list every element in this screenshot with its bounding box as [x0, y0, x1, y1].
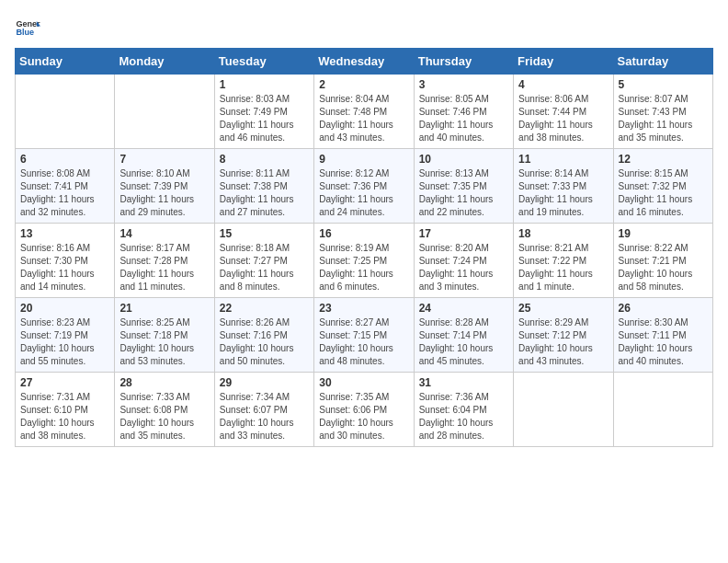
day-number: 23 [319, 302, 408, 315]
calendar-cell: 20Sunrise: 8:23 AM Sunset: 7:19 PM Dayli… [16, 298, 115, 373]
calendar-cell: 2Sunrise: 8:04 AM Sunset: 7:48 PM Daylig… [314, 75, 414, 149]
calendar-cell: 11Sunrise: 8:14 AM Sunset: 7:33 PM Dayli… [514, 149, 613, 224]
day-number: 5 [619, 78, 708, 91]
page-header: General Blue [15, 15, 713, 40]
day-info: Sunrise: 8:25 AM Sunset: 7:18 PM Dayligh… [119, 316, 209, 368]
calendar-cell: 14Sunrise: 8:17 AM Sunset: 7:28 PM Dayli… [115, 224, 214, 298]
day-info: Sunrise: 8:27 AM Sunset: 7:15 PM Dayligh… [319, 316, 408, 368]
day-info: Sunrise: 8:12 AM Sunset: 7:36 PM Dayligh… [319, 167, 408, 219]
calendar-cell: 28Sunrise: 7:33 AM Sunset: 6:08 PM Dayli… [115, 373, 214, 447]
calendar-cell [16, 75, 115, 149]
logo: General Blue [15, 15, 40, 40]
day-number: 12 [619, 153, 708, 166]
day-info: Sunrise: 8:08 AM Sunset: 7:41 PM Dayligh… [20, 167, 109, 219]
day-number: 1 [220, 78, 309, 91]
day-info: Sunrise: 8:03 AM Sunset: 7:49 PM Dayligh… [220, 93, 309, 144]
day-info: Sunrise: 8:10 AM Sunset: 7:39 PM Dayligh… [119, 167, 209, 219]
calendar-cell: 26Sunrise: 8:30 AM Sunset: 7:11 PM Dayli… [613, 298, 712, 373]
day-info: Sunrise: 8:22 AM Sunset: 7:21 PM Dayligh… [619, 242, 708, 293]
day-number: 17 [419, 227, 508, 240]
calendar-week-row: 13Sunrise: 8:16 AM Sunset: 7:30 PM Dayli… [16, 224, 713, 298]
calendar-cell: 30Sunrise: 7:35 AM Sunset: 6:06 PM Dayli… [314, 373, 414, 447]
day-number: 8 [220, 153, 309, 166]
day-info: Sunrise: 8:17 AM Sunset: 7:28 PM Dayligh… [119, 242, 209, 293]
day-info: Sunrise: 7:33 AM Sunset: 6:08 PM Dayligh… [119, 391, 209, 442]
day-info: Sunrise: 8:07 AM Sunset: 7:43 PM Dayligh… [619, 93, 708, 144]
day-info: Sunrise: 7:35 AM Sunset: 6:06 PM Dayligh… [319, 391, 408, 442]
day-number: 30 [319, 376, 408, 389]
calendar-cell: 19Sunrise: 8:22 AM Sunset: 7:21 PM Dayli… [613, 224, 712, 298]
calendar-cell: 22Sunrise: 8:26 AM Sunset: 7:16 PM Dayli… [214, 298, 313, 373]
calendar-cell: 1Sunrise: 8:03 AM Sunset: 7:49 PM Daylig… [214, 75, 313, 149]
day-info: Sunrise: 8:21 AM Sunset: 7:22 PM Dayligh… [518, 242, 608, 293]
day-number: 11 [518, 153, 608, 166]
day-info: Sunrise: 8:19 AM Sunset: 7:25 PM Dayligh… [319, 242, 408, 293]
calendar-cell: 10Sunrise: 8:13 AM Sunset: 7:35 PM Dayli… [414, 149, 513, 224]
day-info: Sunrise: 8:16 AM Sunset: 7:30 PM Dayligh… [20, 242, 109, 293]
day-info: Sunrise: 8:05 AM Sunset: 7:46 PM Dayligh… [419, 93, 508, 144]
day-info: Sunrise: 7:36 AM Sunset: 6:04 PM Dayligh… [419, 391, 508, 442]
weekday-header-thursday: Thursday [414, 49, 513, 75]
day-info: Sunrise: 8:29 AM Sunset: 7:12 PM Dayligh… [518, 316, 608, 368]
calendar-cell: 3Sunrise: 8:05 AM Sunset: 7:46 PM Daylig… [414, 75, 513, 149]
day-info: Sunrise: 7:31 AM Sunset: 6:10 PM Dayligh… [20, 391, 109, 442]
day-info: Sunrise: 8:11 AM Sunset: 7:38 PM Dayligh… [220, 167, 309, 219]
day-info: Sunrise: 8:15 AM Sunset: 7:32 PM Dayligh… [619, 167, 708, 219]
day-info: Sunrise: 7:34 AM Sunset: 6:07 PM Dayligh… [220, 391, 309, 442]
weekday-header-wednesday: Wednesday [314, 49, 414, 75]
day-number: 31 [419, 376, 508, 389]
weekday-header-saturday: Saturday [613, 49, 712, 75]
calendar-cell: 6Sunrise: 8:08 AM Sunset: 7:41 PM Daylig… [16, 149, 115, 224]
calendar-cell: 5Sunrise: 8:07 AM Sunset: 7:43 PM Daylig… [613, 75, 712, 149]
calendar-cell: 12Sunrise: 8:15 AM Sunset: 7:32 PM Dayli… [613, 149, 712, 224]
day-number: 14 [119, 227, 209, 240]
day-info: Sunrise: 8:13 AM Sunset: 7:35 PM Dayligh… [419, 167, 508, 219]
day-number: 2 [319, 78, 408, 91]
calendar-cell: 9Sunrise: 8:12 AM Sunset: 7:36 PM Daylig… [314, 149, 414, 224]
weekday-header-tuesday: Tuesday [214, 49, 313, 75]
calendar-cell: 29Sunrise: 7:34 AM Sunset: 6:07 PM Dayli… [214, 373, 313, 447]
calendar-cell: 17Sunrise: 8:20 AM Sunset: 7:24 PM Dayli… [414, 224, 513, 298]
day-number: 21 [119, 302, 209, 315]
calendar-cell: 4Sunrise: 8:06 AM Sunset: 7:44 PM Daylig… [514, 75, 613, 149]
day-number: 27 [20, 376, 109, 389]
day-number: 29 [220, 376, 309, 389]
calendar-week-row: 1Sunrise: 8:03 AM Sunset: 7:49 PM Daylig… [16, 75, 713, 149]
calendar-cell: 23Sunrise: 8:27 AM Sunset: 7:15 PM Dayli… [314, 298, 414, 373]
day-info: Sunrise: 8:04 AM Sunset: 7:48 PM Dayligh… [319, 93, 408, 144]
day-info: Sunrise: 8:28 AM Sunset: 7:14 PM Dayligh… [419, 316, 508, 368]
day-info: Sunrise: 8:20 AM Sunset: 7:24 PM Dayligh… [419, 242, 508, 293]
day-info: Sunrise: 8:26 AM Sunset: 7:16 PM Dayligh… [220, 316, 309, 368]
calendar-week-row: 6Sunrise: 8:08 AM Sunset: 7:41 PM Daylig… [16, 149, 713, 224]
weekday-header-friday: Friday [514, 49, 613, 75]
calendar-cell: 24Sunrise: 8:28 AM Sunset: 7:14 PM Dayli… [414, 298, 513, 373]
day-number: 18 [518, 227, 608, 240]
logo-icon: General Blue [15, 15, 40, 40]
day-number: 25 [518, 302, 608, 315]
day-info: Sunrise: 8:18 AM Sunset: 7:27 PM Dayligh… [220, 242, 309, 293]
calendar-week-row: 20Sunrise: 8:23 AM Sunset: 7:19 PM Dayli… [16, 298, 713, 373]
calendar-cell: 7Sunrise: 8:10 AM Sunset: 7:39 PM Daylig… [115, 149, 214, 224]
day-info: Sunrise: 8:14 AM Sunset: 7:33 PM Dayligh… [518, 167, 608, 219]
day-number: 13 [20, 227, 109, 240]
day-number: 4 [518, 78, 608, 91]
calendar-cell [613, 373, 712, 447]
calendar-cell: 15Sunrise: 8:18 AM Sunset: 7:27 PM Dayli… [214, 224, 313, 298]
calendar-cell: 13Sunrise: 8:16 AM Sunset: 7:30 PM Dayli… [16, 224, 115, 298]
calendar-cell: 18Sunrise: 8:21 AM Sunset: 7:22 PM Dayli… [514, 224, 613, 298]
day-number: 7 [119, 153, 209, 166]
day-number: 20 [20, 302, 109, 315]
calendar-cell [514, 373, 613, 447]
day-number: 10 [419, 153, 508, 166]
calendar-table: SundayMondayTuesdayWednesdayThursdayFrid… [15, 48, 713, 447]
calendar-week-row: 27Sunrise: 7:31 AM Sunset: 6:10 PM Dayli… [16, 373, 713, 447]
calendar-cell: 8Sunrise: 8:11 AM Sunset: 7:38 PM Daylig… [214, 149, 313, 224]
day-number: 9 [319, 153, 408, 166]
day-number: 6 [20, 153, 109, 166]
calendar-cell [115, 75, 214, 149]
calendar-cell: 27Sunrise: 7:31 AM Sunset: 6:10 PM Dayli… [16, 373, 115, 447]
day-number: 28 [119, 376, 209, 389]
calendar-header-row: SundayMondayTuesdayWednesdayThursdayFrid… [16, 49, 713, 75]
day-number: 15 [220, 227, 309, 240]
day-number: 22 [220, 302, 309, 315]
